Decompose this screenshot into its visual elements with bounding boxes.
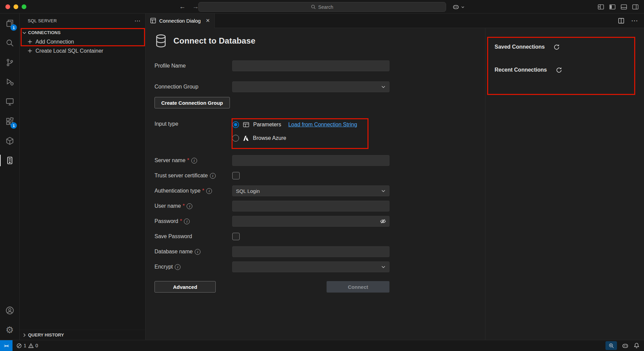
- info-icon[interactable]: i: [206, 188, 212, 194]
- toggle-primary-sidebar-icon[interactable]: [609, 4, 616, 10]
- copilot-status-icon[interactable]: [622, 342, 629, 349]
- command-center-search[interactable]: Search: [198, 2, 446, 12]
- advanced-button[interactable]: Advanced: [154, 281, 216, 293]
- close-icon[interactable]: ✕: [206, 18, 210, 24]
- form-row: Authentication type * i SQL Login: [154, 185, 389, 196]
- info-icon[interactable]: i: [187, 203, 192, 209]
- saved-connections-title: Saved Connections: [495, 44, 545, 50]
- traffic-close-button[interactable]: [5, 4, 10, 9]
- required-asterisk: *: [180, 218, 182, 224]
- search-icon: [5, 38, 15, 48]
- tree-item-add-connection[interactable]: Add Connection: [20, 37, 145, 46]
- back-arrow-icon[interactable]: ←: [179, 3, 186, 10]
- problems-status[interactable]: 1 0: [16, 343, 38, 349]
- save-password-label: Save Password: [154, 233, 192, 240]
- info-icon[interactable]: i: [195, 249, 200, 255]
- parameters-radio[interactable]: [232, 121, 239, 128]
- trust-server-certificate-label: Trust server certificate: [154, 173, 208, 179]
- chevron-down-icon: [461, 5, 465, 9]
- connection-group-select[interactable]: [232, 81, 389, 92]
- refresh-icon[interactable]: [556, 67, 562, 73]
- traffic-minimize-button[interactable]: [14, 4, 18, 9]
- copilot-menu-button[interactable]: [450, 2, 467, 11]
- sidebar-title: SQL SERVER: [28, 18, 135, 23]
- server-name-input[interactable]: [232, 155, 389, 166]
- copilot-icon: [452, 3, 459, 10]
- connection-group-label: Connection Group: [154, 84, 198, 90]
- profile-name-input[interactable]: [232, 60, 389, 71]
- remote-indicator[interactable]: ><: [0, 340, 13, 351]
- create-connection-group-button[interactable]: Create Connection Group: [154, 97, 230, 108]
- parameters-icon: [243, 121, 249, 128]
- activity-accounts[interactable]: [0, 301, 19, 320]
- password-input[interactable]: [232, 216, 389, 227]
- required-asterisk: *: [187, 157, 189, 164]
- remote-explorer-icon: [5, 97, 15, 106]
- authentication-type-label: Authentication type: [154, 188, 200, 194]
- authentication-type-select[interactable]: SQL Login: [232, 185, 389, 196]
- traffic-zoom-button[interactable]: [22, 4, 26, 9]
- more-actions-icon[interactable]: ⋯: [631, 17, 638, 25]
- activity-settings[interactable]: ⚙: [0, 320, 19, 340]
- recent-connections-title: Recent Connections: [495, 67, 547, 73]
- activity-search[interactable]: [0, 33, 19, 53]
- database-name-label: Database name: [154, 249, 193, 255]
- database-name-input[interactable]: [232, 246, 389, 257]
- bell-icon[interactable]: [634, 343, 640, 349]
- zoom-in-icon: [609, 343, 614, 349]
- tree-item-label: Create Local SQL Container: [35, 48, 103, 54]
- command-center-label: Search: [318, 4, 333, 10]
- layout-controls: [598, 0, 639, 14]
- encrypt-select[interactable]: [232, 261, 389, 272]
- zoom-status-button[interactable]: [605, 341, 617, 350]
- activity-extensions[interactable]: 1: [0, 111, 19, 131]
- section-query-history[interactable]: QUERY HISTORY: [20, 330, 145, 340]
- recent-connections-section: Recent Connections: [495, 65, 644, 75]
- load-from-connection-string-link[interactable]: Load from Connection String: [288, 122, 357, 128]
- toggle-panel-icon[interactable]: [621, 4, 627, 10]
- search-icon: [311, 4, 316, 9]
- user-name-label: User name: [154, 203, 181, 209]
- container-box-icon: [5, 136, 15, 146]
- error-count: 1: [24, 343, 26, 348]
- toggle-secondary-sidebar-icon[interactable]: [632, 4, 639, 10]
- browse-azure-radio[interactable]: [232, 135, 239, 142]
- form-row: Input type Parameters Load from Connecti…: [154, 118, 389, 145]
- info-icon[interactable]: i: [184, 219, 190, 224]
- editor-group: Connection Dialog ✕ ⋯: [146, 14, 644, 340]
- activity-sql-server[interactable]: [0, 151, 19, 170]
- split-editor-icon[interactable]: [618, 18, 624, 24]
- info-icon[interactable]: i: [191, 158, 197, 164]
- more-actions-icon[interactable]: ⋯: [135, 17, 141, 25]
- sql-server-icon: [5, 156, 15, 165]
- info-icon[interactable]: i: [175, 264, 181, 270]
- tab-connection-dialog[interactable]: Connection Dialog ✕: [146, 14, 215, 28]
- encrypt-label: Encrypt: [154, 264, 173, 270]
- eye-off-icon[interactable]: [380, 218, 386, 225]
- info-icon[interactable]: i: [210, 173, 216, 179]
- connect-button[interactable]: Connect: [327, 281, 389, 293]
- window-controls: [5, 4, 26, 9]
- refresh-icon[interactable]: [553, 44, 560, 50]
- form-row: User name * i: [154, 201, 389, 211]
- section-connections-label: CONNECTIONS: [28, 30, 61, 35]
- activity-containers[interactable]: [0, 131, 19, 151]
- customize-layout-icon[interactable]: [598, 4, 604, 10]
- titlebar: ← → Search: [0, 0, 644, 14]
- activity-explorer[interactable]: 1: [0, 14, 19, 33]
- user-name-input[interactable]: [232, 201, 389, 211]
- tree-item-label: Add Connection: [35, 39, 74, 45]
- password-label: Password: [154, 218, 178, 224]
- chevron-down-icon: [381, 84, 386, 90]
- browse-azure-radio-label: Browse Azure: [253, 135, 286, 141]
- save-password-checkbox[interactable]: [232, 233, 240, 240]
- section-connections[interactable]: CONNECTIONS: [20, 28, 145, 37]
- authentication-type-value: SQL Login: [236, 188, 260, 194]
- activity-run-debug[interactable]: [0, 72, 19, 92]
- saved-connections-section: Saved Connections: [495, 42, 644, 52]
- gear-icon: ⚙: [5, 326, 14, 335]
- trust-server-certificate-checkbox[interactable]: [232, 172, 240, 179]
- activity-source-control[interactable]: [0, 53, 19, 72]
- activity-remote-explorer[interactable]: [0, 92, 19, 111]
- tree-item-create-local-sql-container[interactable]: Create Local SQL Container: [20, 46, 145, 55]
